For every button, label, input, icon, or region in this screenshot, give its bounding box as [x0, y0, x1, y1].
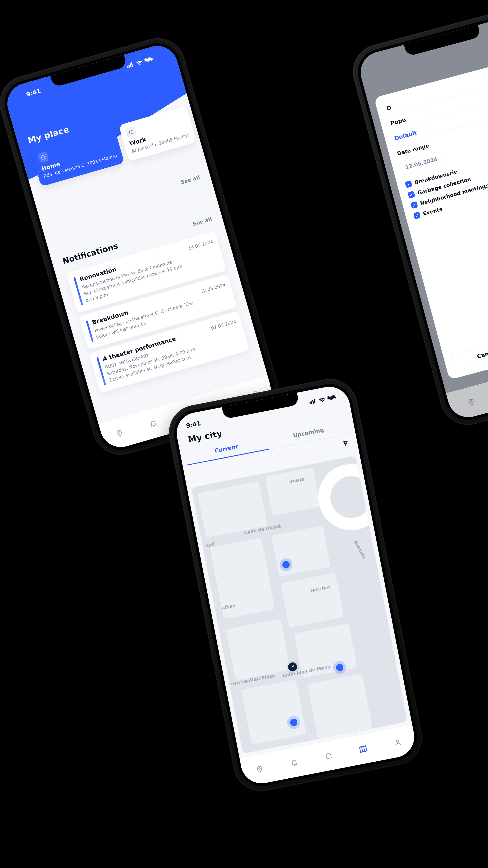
- map-marker[interactable]: [282, 561, 290, 569]
- university-icon: [197, 105, 209, 117]
- home-icon: [37, 151, 49, 163]
- svg-point-10: [470, 400, 472, 402]
- tab-profile[interactable]: [389, 733, 407, 751]
- see-all-places[interactable]: See all: [180, 174, 201, 185]
- map-marker[interactable]: [336, 663, 344, 672]
- check-icon: ✓: [413, 212, 421, 219]
- filter-modal: O Popu Default Date range 12.05.2024 ✓Br…: [374, 56, 488, 380]
- map-marker[interactable]: [289, 718, 298, 727]
- svg-rect-13: [311, 401, 312, 404]
- status-time: 9:41: [25, 87, 41, 98]
- map-user-location[interactable]: [287, 661, 298, 672]
- check-icon: ✓: [407, 191, 415, 198]
- svg-point-22: [259, 768, 260, 769]
- check-icon: ✓: [410, 201, 418, 209]
- notification-date: 14.05.2024: [188, 239, 214, 251]
- tab-map[interactable]: [110, 424, 129, 442]
- svg-point-23: [396, 740, 399, 743]
- city-map[interactable]: Calle de Alcalá uzaga albán Horcher Aven…: [191, 456, 407, 753]
- cancel-button[interactable]: Cancel: [450, 336, 488, 371]
- svg-rect-15: [314, 399, 315, 403]
- place-card-work[interactable]: Work Arganzuela, 28005 Madryt: [119, 106, 197, 161]
- notification-date: 07.05.2024: [210, 319, 237, 331]
- check-icon: ✓: [405, 180, 412, 188]
- tab-map[interactable]: [462, 393, 481, 411]
- places-row[interactable]: Home Rda. de Valencia 2. 28012 Madrid Wo…: [31, 105, 200, 187]
- svg-rect-5: [145, 58, 152, 62]
- date-from-input[interactable]: 12.05.2024: [399, 151, 443, 175]
- tab-notifications[interactable]: [144, 414, 163, 433]
- svg-rect-12: [310, 402, 311, 404]
- status-icons: [126, 56, 154, 68]
- tab-map-pin[interactable]: [251, 760, 268, 778]
- svg-point-8: [118, 431, 120, 433]
- place-card-university[interactable]: University Moncloa-A, 28040 Mad: [191, 87, 261, 141]
- map-label: Avenida: [353, 539, 367, 559]
- tab-notifications[interactable]: [285, 753, 303, 771]
- place-name: University: [201, 105, 253, 126]
- tab-home[interactable]: [320, 747, 338, 765]
- tab-city-map[interactable]: [354, 740, 372, 758]
- status-time: 9:41: [185, 420, 201, 429]
- svg-rect-18: [336, 396, 337, 398]
- svg-rect-14: [312, 400, 314, 404]
- notification-date: 12.05.2024: [200, 282, 226, 294]
- place-address: Moncloa-A, 28040 Mad: [203, 114, 254, 134]
- status-icons: [309, 394, 338, 404]
- see-all-notifications[interactable]: See all: [192, 216, 212, 227]
- phone-my-city: 9:41 My city Current Upcoming: [164, 374, 427, 796]
- phone-filters: O Popu Default Date range 12.05.2024 ✓Br…: [347, 3, 488, 431]
- svg-point-20: [346, 442, 347, 444]
- svg-point-21: [345, 444, 346, 446]
- svg-point-19: [344, 441, 345, 442]
- notch: [404, 25, 481, 56]
- svg-rect-6: [152, 58, 153, 59]
- svg-rect-0: [127, 66, 128, 68]
- briefcase-icon: [125, 126, 137, 138]
- svg-rect-1: [128, 65, 130, 68]
- svg-rect-7: [129, 130, 133, 134]
- filter-icon[interactable]: [341, 439, 349, 447]
